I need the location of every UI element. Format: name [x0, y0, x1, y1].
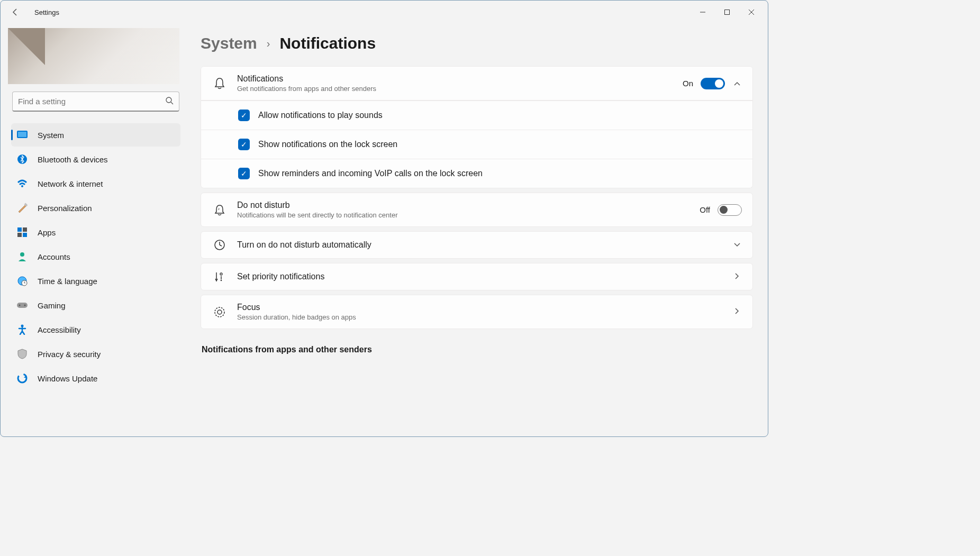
- nav-item-accessibility[interactable]: Accessibility: [11, 318, 180, 341]
- focus-icon: [212, 306, 228, 318]
- svg-rect-7: [18, 132, 26, 137]
- globe-clock-icon: [16, 275, 28, 287]
- chevron-right-icon: [732, 272, 742, 281]
- svg-point-32: [221, 280, 222, 281]
- nav-item-privacy[interactable]: Privacy & security: [11, 342, 180, 366]
- app-title: Settings: [34, 8, 59, 16]
- search-input[interactable]: [18, 97, 165, 106]
- svg-point-24: [18, 374, 26, 382]
- priority-row[interactable]: Set priority notifications: [201, 263, 753, 290]
- notifications-toggle-label: On: [683, 79, 693, 88]
- svg-point-4: [166, 97, 171, 103]
- clock-icon: [212, 239, 228, 251]
- nav-label: Windows Update: [38, 374, 97, 383]
- nav-item-gaming[interactable]: Gaming: [11, 294, 180, 317]
- svg-point-21: [19, 305, 21, 306]
- notifications-subtitle: Get notifications from apps and other se…: [237, 85, 683, 93]
- nav-label: Bluetooth & devices: [38, 155, 108, 164]
- search-icon: [165, 96, 174, 107]
- breadcrumb-parent[interactable]: System: [201, 34, 257, 52]
- window-controls: [691, 4, 764, 21]
- bell-icon: [212, 77, 228, 90]
- notifications-title: Notifications: [237, 74, 683, 84]
- svg-rect-20: [17, 303, 28, 308]
- nav-label: Network & internet: [38, 179, 103, 188]
- svg-point-9: [21, 185, 23, 187]
- notifications-group: Notifications Get notifications from app…: [201, 66, 753, 188]
- svg-rect-11: [17, 227, 22, 232]
- notifications-toggle[interactable]: [701, 78, 725, 89]
- nav-item-accounts[interactable]: Accounts: [11, 245, 180, 268]
- search-box[interactable]: [12, 92, 179, 112]
- nav-label: System: [38, 131, 64, 140]
- back-button[interactable]: [5, 2, 26, 23]
- close-icon: [748, 9, 755, 15]
- nav-item-system[interactable]: System: [11, 123, 180, 147]
- focus-row[interactable]: Focus Session duration, hide badges on a…: [201, 295, 753, 329]
- svg-rect-14: [23, 233, 27, 237]
- nav-label: Apps: [38, 228, 56, 237]
- nav-item-windows-update[interactable]: Windows Update: [11, 367, 180, 390]
- user-profile-area[interactable]: [8, 28, 179, 84]
- dnd-row[interactable]: z Do not disturb Notifications will be s…: [201, 193, 753, 227]
- checkbox-checked-icon[interactable]: ✓: [238, 168, 250, 179]
- dnd-auto-row[interactable]: Turn on do not disturb automatically: [201, 231, 753, 259]
- chevron-down-icon[interactable]: [732, 241, 742, 249]
- svg-rect-13: [17, 233, 22, 237]
- nav-item-network[interactable]: Network & internet: [11, 172, 180, 195]
- svg-point-33: [215, 307, 224, 317]
- nav-label: Accessibility: [38, 325, 81, 334]
- check-label: Allow notifications to play sounds: [258, 111, 383, 120]
- svg-point-22: [24, 305, 26, 306]
- gamepad-icon: [16, 299, 28, 311]
- dnd-toggle[interactable]: [718, 204, 742, 216]
- apps-section-title: Notifications from apps and other sender…: [202, 345, 753, 354]
- nav-item-apps[interactable]: Apps: [11, 221, 180, 244]
- main-content: System › Notifications Notifications Get…: [191, 24, 768, 436]
- apps-icon: [16, 226, 28, 238]
- minimize-button[interactable]: [691, 4, 715, 21]
- dnd-subtitle: Notifications will be sent directly to n…: [237, 211, 700, 219]
- nav-label: Personalization: [38, 204, 92, 213]
- check-lock-screen[interactable]: ✓ Show notifications on the lock screen: [201, 130, 753, 159]
- chevron-up-icon[interactable]: [732, 79, 742, 88]
- check-label: Show notifications on the lock screen: [258, 140, 397, 149]
- paintbrush-icon: [16, 202, 28, 214]
- notifications-row[interactable]: Notifications Get notifications from app…: [201, 66, 753, 101]
- nav-label: Privacy & security: [38, 350, 101, 359]
- sidebar: System Bluetooth & devices Network & int…: [1, 24, 191, 436]
- nav-label: Accounts: [38, 252, 70, 261]
- chevron-right-icon: ›: [267, 38, 270, 50]
- priority-title: Set priority notifications: [237, 272, 732, 281]
- checkbox-checked-icon[interactable]: ✓: [238, 110, 250, 121]
- svg-line-5: [171, 102, 173, 104]
- shield-icon: [16, 348, 28, 360]
- nav-item-personalization[interactable]: Personalization: [11, 196, 180, 220]
- dnd-toggle-label: Off: [700, 205, 710, 214]
- nav-list: System Bluetooth & devices Network & int…: [7, 123, 185, 390]
- nav-item-time-language[interactable]: Time & language: [11, 269, 180, 293]
- svg-line-28: [220, 245, 222, 246]
- svg-rect-12: [23, 227, 27, 232]
- titlebar: Settings: [1, 1, 768, 24]
- nav-label: Gaming: [38, 301, 66, 310]
- maximize-icon: [724, 9, 730, 15]
- maximize-button[interactable]: [715, 4, 739, 21]
- person-icon: [16, 251, 28, 262]
- check-allow-sounds[interactable]: ✓ Allow notifications to play sounds: [201, 101, 753, 130]
- close-button[interactable]: [739, 4, 764, 21]
- focus-subtitle: Session duration, hide badges on apps: [237, 313, 732, 321]
- arrow-left-icon: [11, 8, 20, 16]
- dnd-title: Do not disturb: [237, 200, 700, 210]
- nav-item-bluetooth[interactable]: Bluetooth & devices: [11, 148, 180, 171]
- nav-label: Time & language: [38, 277, 97, 286]
- accessibility-icon: [16, 324, 28, 335]
- dnd-auto-title: Turn on do not disturb automatically: [237, 240, 732, 250]
- focus-title: Focus: [237, 303, 732, 312]
- checkbox-checked-icon[interactable]: ✓: [238, 139, 250, 150]
- svg-point-34: [217, 310, 222, 314]
- svg-rect-1: [725, 10, 730, 15]
- chevron-right-icon: [732, 307, 742, 316]
- minimize-icon: [700, 9, 706, 15]
- check-reminders-voip[interactable]: ✓ Show reminders and incoming VoIP calls…: [201, 159, 753, 188]
